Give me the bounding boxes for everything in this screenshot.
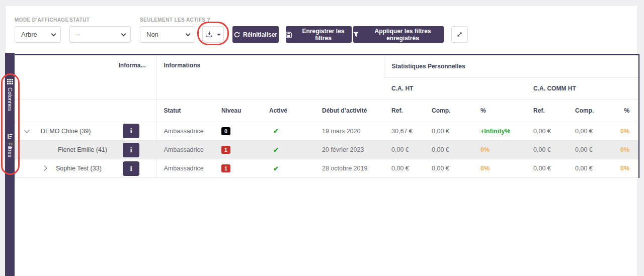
filter-icon — [353, 32, 359, 37]
chevron-down-icon — [51, 32, 56, 37]
collapse-chevron-icon[interactable] — [25, 128, 30, 133]
actives-only-label: SEULEMENT LES ACTIFS ? — [140, 17, 210, 23]
actives-only-select[interactable]: Non — [140, 26, 195, 43]
group-header-statistiques: Statistiques Personnelles — [384, 55, 638, 77]
fullscreen-button[interactable] — [451, 26, 468, 43]
niveau-cell: 1 — [216, 141, 262, 159]
level-badge: 1 — [221, 164, 230, 172]
chevron-down-icon — [121, 32, 126, 37]
check-icon: ✔ — [273, 146, 279, 154]
ca-comm-comp-cell: 0,00 € — [568, 159, 616, 178]
subgroup-header-ca-ht: C.A. HT — [384, 77, 526, 100]
column-header-comp-ca-comm: Comp. — [568, 100, 616, 122]
niveau-cell: 0 — [216, 122, 262, 141]
check-icon: ✔ — [273, 127, 279, 135]
column-header-debut: Début d’activité — [314, 100, 384, 122]
ca-ht-ref-cell: 30,67 € — [384, 122, 424, 141]
active-cell: ✔ — [262, 122, 314, 141]
reset-filters-label: Réinitialiser — [243, 31, 277, 38]
member-name: Sophie Test (33) — [56, 165, 102, 172]
save-icon — [286, 32, 292, 38]
column-header-ref-ca-comm: Ref. — [526, 100, 568, 122]
info-cell: i — [116, 122, 156, 141]
name-cell: Sophie Test (33) — [15, 159, 116, 178]
sidebar-tab-colonnes-label: Colonnes — [7, 87, 13, 111]
check-icon: ✔ — [273, 165, 279, 172]
column-header-active: Activé — [262, 100, 314, 122]
save-filters-button[interactable]: Enregistrer les filtres — [286, 26, 352, 43]
export-button[interactable] — [202, 26, 224, 43]
filter-list-icon — [8, 134, 13, 139]
ca-comm-ref-cell: 0,00 € — [526, 122, 568, 141]
reset-filters-button[interactable]: Réinitialiser — [232, 26, 279, 43]
member-name: Flenet Emilie (41) — [58, 146, 107, 153]
group-header-frozen: Informa... — [15, 55, 156, 100]
apply-saved-filters-label: Appliquer les filtres enregistrés — [362, 28, 444, 42]
column-header-niveau: Niveau — [216, 100, 262, 122]
column-header-pct-ca-ht: % — [473, 100, 526, 122]
chevron-down-icon — [186, 32, 191, 37]
table-row: DEMO Chloé (39) i Ambassadrice 0 ✔ 19 ma… — [15, 122, 638, 141]
ca-comm-comp-cell: 0,00 € — [568, 141, 616, 159]
ca-ht-pct-cell: 0% — [473, 141, 526, 159]
ca-comm-ref-cell: 0,00 € — [526, 141, 568, 159]
group-header-informations: Informations — [156, 55, 384, 100]
ca-ht-ref-cell: 0,00 € — [384, 141, 424, 159]
side-tabs-bar: Colonnes Filtres — [5, 53, 15, 276]
save-filters-label: Enregistrer les filtres — [295, 28, 352, 42]
ambassadors-table: Informa... Informations Statistiques Per… — [15, 54, 639, 178]
column-header-name — [15, 100, 116, 122]
name-cell: DEMO Chloé (39) — [15, 122, 116, 141]
info-button[interactable]: i — [123, 124, 139, 138]
name-cell: Flenet Emilie (41) — [15, 141, 116, 159]
statut-cell: Ambassadrice — [156, 159, 216, 178]
ca-ht-pct-cell: +Infinity% — [473, 122, 526, 141]
table-row: Flenet Emilie (41) i Ambassadrice 1 ✔ 20… — [15, 141, 638, 159]
column-header-pct-ca-comm: % — [616, 100, 638, 122]
statut-select[interactable]: -- — [69, 26, 131, 43]
column-header-ref-ca-ht: Ref. — [384, 100, 424, 122]
subgroup-header-ca-comm-ht: C.A. COMM HT — [526, 77, 638, 100]
ca-ht-comp-cell: 0,00 € — [424, 141, 473, 159]
statut-value: -- — [76, 31, 80, 38]
ca-comm-pct-cell: 0% — [616, 141, 638, 159]
download-icon — [206, 31, 213, 38]
display-mode-label: MODE D’AFFICHAGE — [15, 17, 69, 23]
ca-ht-ref-cell: 0,00 € — [384, 159, 424, 178]
info-cell: i — [116, 141, 156, 159]
column-header-statut: Statut — [156, 100, 216, 122]
niveau-cell: 1 — [216, 159, 262, 178]
expand-chevron-icon[interactable] — [42, 166, 47, 171]
info-button[interactable]: i — [123, 161, 139, 176]
grid-icon — [7, 79, 13, 84]
ca-comm-pct-cell: 0% — [616, 122, 638, 141]
statut-cell: Ambassadrice — [156, 122, 216, 141]
statut-label: STATUT — [69, 17, 90, 23]
info-cell: i — [116, 159, 156, 178]
actives-only-value: Non — [146, 31, 158, 38]
sidebar-tab-colonnes[interactable]: Colonnes — [7, 79, 13, 111]
page: MODE D’AFFICHAGE Arbre STATUT -- SEULEME… — [0, 0, 644, 276]
member-name: DEMO Chloé (39) — [41, 128, 91, 135]
info-button[interactable]: i — [123, 143, 139, 157]
ca-ht-pct-cell: 0% — [473, 159, 526, 178]
display-mode-select[interactable]: Arbre — [15, 26, 61, 43]
statut-cell: Ambassadrice — [156, 141, 216, 159]
refresh-icon — [234, 32, 240, 38]
column-header-info — [116, 100, 156, 122]
debut-cell: 19 mars 2020 — [314, 122, 384, 141]
apply-saved-filters-button[interactable]: Appliquer les filtres enregistrés — [353, 26, 444, 43]
table-row: Sophie Test (33) i Ambassadrice 1 ✔ 28 o… — [15, 159, 638, 178]
debut-cell: 28 octobre 2019 — [314, 159, 384, 178]
ca-comm-pct-cell: 0% — [616, 159, 638, 178]
ca-ht-comp-cell: 0,00 € — [424, 122, 473, 141]
level-badge: 1 — [221, 146, 230, 154]
display-mode-value: Arbre — [21, 31, 37, 38]
level-badge: 0 — [221, 127, 230, 135]
ca-comm-ref-cell: 0,00 € — [526, 159, 568, 178]
expand-icon — [456, 31, 463, 38]
sidebar-tab-filtres[interactable]: Filtres — [7, 134, 13, 157]
sidebar-tab-filtres-label: Filtres — [7, 142, 13, 157]
column-header-comp-ca-ht: Comp. — [424, 100, 473, 122]
ca-ht-comp-cell: 0,00 € — [424, 159, 473, 178]
